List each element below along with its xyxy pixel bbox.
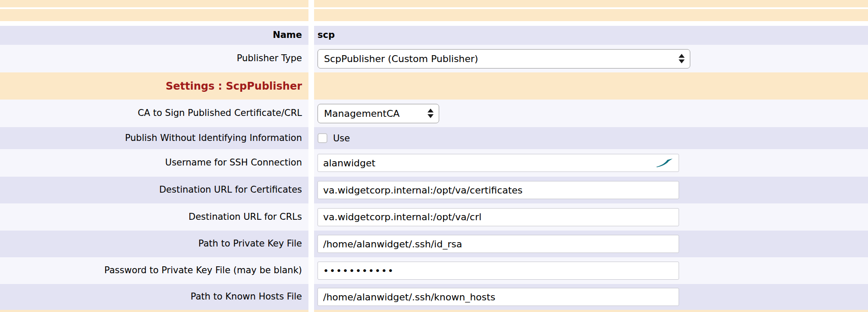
private-key-password-row: Password to Private Key File (may be bla… <box>0 257 868 284</box>
settings-heading: Settings : ScpPublisher <box>166 80 302 92</box>
ssh-username-input-wrap <box>318 154 679 172</box>
bottom-band-right <box>314 310 868 312</box>
bottom-band-left <box>0 310 308 312</box>
name-label: Name <box>273 30 302 41</box>
known-hosts-path-row: Path to Known Hosts File <box>0 284 868 310</box>
publisher-type-row: Publisher Type ScpPublisher (Custom Publ… <box>0 45 868 72</box>
use-checkbox-label: Use <box>333 133 350 144</box>
publisher-type-selected-value: ScpPublisher (Custom Publisher) <box>324 53 478 64</box>
publisher-type-select[interactable]: ScpPublisher (Custom Publisher) <box>318 49 690 69</box>
private-key-path-input[interactable] <box>318 235 679 253</box>
cert-url-row: Destination URL for Certificates <box>0 177 868 203</box>
crl-url-input[interactable] <box>318 208 679 226</box>
private-key-password-input[interactable] <box>318 262 679 280</box>
anonymous-label: Publish Without Identifying Information <box>125 133 302 144</box>
private-key-path-label: Path to Private Key File <box>198 238 302 249</box>
publisher-type-label: Publisher Type <box>237 53 302 64</box>
ssh-username-input[interactable] <box>318 154 679 172</box>
anonymous-row: Publish Without Identifying Information … <box>0 127 868 149</box>
private-key-path-row: Path to Private Key File <box>0 231 868 257</box>
ssh-username-row: Username for SSH Connection <box>0 149 868 177</box>
top-band-right-1 <box>314 0 868 7</box>
top-band-left-2 <box>0 9 308 21</box>
publisher-edit-page: Name scp Publisher Type ScpPublisher (Cu… <box>0 0 868 312</box>
chevron-up-down-icon <box>420 109 434 118</box>
crl-url-label: Destination URL for CRLs <box>189 212 302 222</box>
settings-heading-right <box>314 72 868 100</box>
top-band-right-2 <box>314 9 868 21</box>
known-hosts-path-input[interactable] <box>318 288 679 306</box>
private-key-password-label: Password to Private Key File (may be bla… <box>104 265 302 276</box>
name-row: Name scp <box>0 26 868 45</box>
top-band-row-1 <box>0 0 868 7</box>
ca-select[interactable]: ManagementCA <box>318 104 439 123</box>
ca-label: CA to Sign Published Certificate/CRL <box>138 108 302 119</box>
use-checkbox[interactable] <box>318 133 327 143</box>
known-hosts-path-label: Path to Known Hosts File <box>191 291 302 302</box>
top-band-left-1 <box>0 0 308 7</box>
crl-url-row: Destination URL for CRLs <box>0 203 868 231</box>
ssh-username-label: Username for SSH Connection <box>165 157 302 168</box>
top-band-row-2 <box>0 9 868 21</box>
cert-url-input[interactable] <box>318 181 679 199</box>
settings-heading-row: Settings : ScpPublisher <box>0 72 868 100</box>
ca-selected-value: ManagementCA <box>324 108 399 119</box>
row-spacer <box>0 21 868 26</box>
chevron-up-down-icon <box>671 54 685 63</box>
name-value: scp <box>318 30 335 41</box>
bottom-band-row <box>0 310 868 312</box>
ca-row: CA to Sign Published Certificate/CRL Man… <box>0 100 868 127</box>
cert-url-label: Destination URL for Certificates <box>159 184 302 195</box>
